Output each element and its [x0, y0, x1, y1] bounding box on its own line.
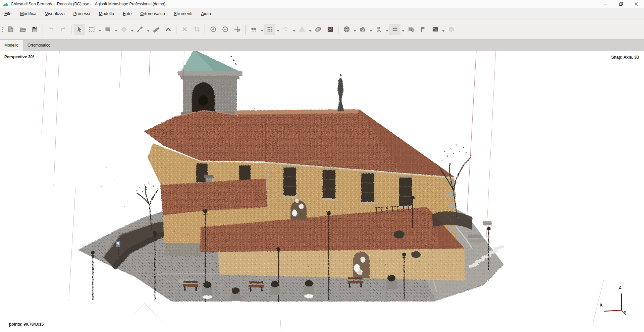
delete-selection-button[interactable]	[179, 24, 190, 35]
restore-button[interactable]	[613, 0, 629, 8]
axis-gizmo	[604, 293, 626, 315]
rectangle-selection-icon	[88, 26, 95, 33]
open-project-button[interactable]	[17, 24, 28, 35]
dense-cloud-view-dropdown-caret[interactable]	[277, 30, 279, 32]
toolbar-grip-handle[interactable]	[1, 24, 4, 35]
menu-aiuto[interactable]: Aiuto	[197, 8, 215, 19]
roof-pinnacle	[337, 78, 344, 111]
toolbar	[0, 19, 644, 40]
crop-selection-button[interactable]	[191, 24, 202, 35]
point-cloud-view-dropdown-caret[interactable]	[261, 30, 263, 32]
texture-view-icon	[315, 26, 322, 33]
menu-file[interactable]: File	[0, 8, 16, 19]
toolbar-separator	[245, 25, 246, 34]
move-region-icon	[104, 26, 111, 33]
show-cameras-dropdown-caret[interactable]	[370, 30, 372, 32]
ruler-tool-icon	[153, 26, 160, 33]
show-photos-dropdown-caret[interactable]	[442, 30, 445, 32]
shaded-view-button[interactable]	[389, 24, 400, 35]
model-view-dropdown-caret[interactable]	[309, 30, 312, 32]
move-region-button[interactable]	[102, 24, 113, 35]
move-region-dropdown-caret[interactable]	[115, 30, 117, 32]
show-thumbnails-dropdown-caret[interactable]	[386, 30, 388, 32]
points-count-value: 90,784,015	[23, 322, 44, 327]
dem-view-icon	[327, 26, 334, 33]
show-cameras-icon	[359, 26, 366, 33]
toolbar-separator	[338, 25, 338, 34]
dem-view-button[interactable]	[324, 24, 336, 35]
ruler-tool-button[interactable]	[150, 24, 162, 35]
minimize-icon	[603, 2, 607, 6]
crop-selection-icon	[193, 26, 200, 33]
reset-view-button[interactable]	[231, 24, 243, 35]
rotate-tool-dropdown-caret[interactable]	[131, 30, 133, 32]
axis-x-label: X	[600, 303, 603, 308]
menu-modifica[interactable]: Modifica	[16, 8, 41, 19]
show-photos-icon	[432, 26, 439, 33]
camera-positions-button[interactable]	[280, 24, 291, 35]
open-project-icon	[19, 26, 26, 33]
draw-polyline-icon	[165, 26, 172, 33]
show-images-button[interactable]	[405, 24, 417, 35]
menu-strumenti[interactable]: Strumenti	[169, 8, 197, 19]
show-markers-icon	[420, 26, 427, 33]
zoom-out-button[interactable]	[219, 24, 231, 35]
toolbar-separator	[71, 25, 71, 34]
redo-button[interactable]	[57, 24, 69, 35]
basemap-dropdown-caret[interactable]	[354, 30, 356, 32]
menu-foto[interactable]: Foto	[118, 8, 136, 19]
rotate-tool-icon	[120, 26, 127, 33]
toolbar-buttons	[4, 24, 457, 35]
dense-cloud-view-button[interactable]	[264, 24, 275, 35]
reset-view-icon	[234, 26, 241, 33]
orthomosaic-view-icon	[448, 26, 455, 33]
select-tool-button[interactable]	[74, 24, 85, 35]
basemap-icon	[343, 26, 350, 33]
camera-positions-dropdown-caret[interactable]	[293, 30, 296, 32]
draw-point-dropdown-caret[interactable]	[147, 30, 150, 32]
menu-bar: FileModificaVisualizzaProcessiModelloFot…	[0, 8, 644, 19]
orthomosaic-view-button[interactable]	[445, 24, 457, 35]
show-cameras-button[interactable]	[357, 24, 368, 35]
menu-processi[interactable]: Processi	[69, 8, 95, 19]
minimize-button[interactable]	[598, 0, 613, 8]
menu-ortomosaico[interactable]: Ortomosaico	[136, 8, 169, 19]
close-button[interactable]	[629, 0, 644, 8]
toolbar-separator	[43, 25, 43, 34]
menu-modello[interactable]: Modello	[95, 8, 119, 19]
shaded-view-dropdown-caret[interactable]	[402, 30, 405, 32]
basemap-button[interactable]	[341, 24, 352, 35]
window-title: Chiesa di San Bernardo - Roncola (BG).ps…	[11, 2, 165, 6]
zoom-out-icon	[222, 26, 229, 33]
tab-ortomosaico[interactable]: Ortomosaico	[23, 40, 55, 51]
model-view-icon	[299, 26, 306, 33]
show-markers-button[interactable]	[417, 24, 429, 35]
rotate-tool-button[interactable]	[118, 24, 129, 35]
zoom-in-button[interactable]	[207, 24, 219, 35]
draw-point-button[interactable]	[134, 24, 146, 35]
camera-positions-icon	[282, 26, 289, 33]
point-cloud-scene	[0, 51, 644, 332]
draw-point-icon	[137, 26, 144, 33]
show-photos-button[interactable]	[429, 24, 441, 35]
toolbar-separator	[176, 25, 176, 34]
model-view-button[interactable]	[296, 24, 308, 35]
close-icon	[634, 2, 638, 6]
menu-visualizza[interactable]: Visualizza	[41, 8, 69, 19]
texture-view-button[interactable]	[312, 24, 324, 35]
redo-icon	[60, 26, 67, 33]
rectangle-selection-button[interactable]	[86, 24, 97, 35]
rectangle-selection-dropdown-caret[interactable]	[99, 30, 101, 32]
point-cloud-view-icon	[250, 26, 257, 33]
undo-button[interactable]	[45, 24, 57, 35]
point-cloud-view-button[interactable]	[248, 24, 259, 35]
arched-door	[290, 200, 307, 220]
save-project-button[interactable]	[29, 24, 40, 35]
title-bar: Chiesa di San Bernardo - Roncola (BG).ps…	[0, 0, 644, 8]
new-project-button[interactable]	[5, 24, 16, 35]
draw-polyline-button[interactable]	[162, 24, 174, 35]
model-viewport[interactable]: Perspective 30° Snap: Axis, 3D points: 9…	[0, 51, 644, 332]
tab-modello[interactable]: Modello	[0, 40, 23, 51]
points-count-label: points: 90,784,015	[9, 322, 44, 327]
show-thumbnails-button[interactable]	[373, 24, 384, 35]
